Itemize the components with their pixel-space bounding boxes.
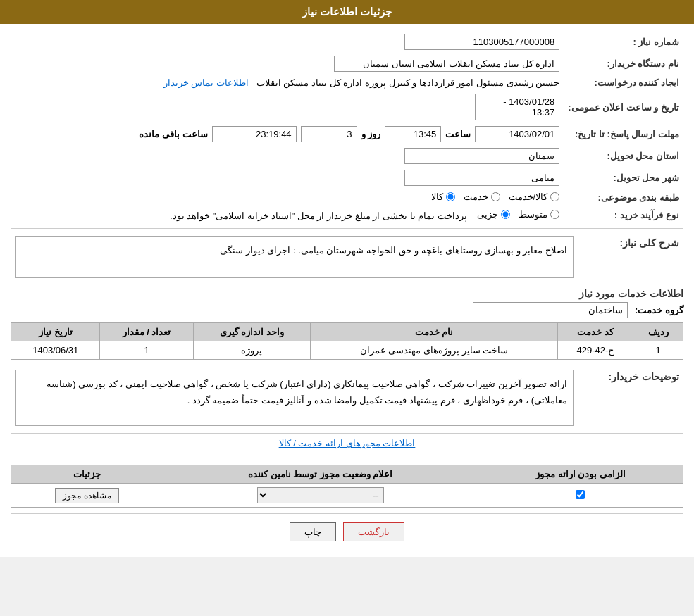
date-value: 1403/01/28 - 13:37 [11, 91, 564, 123]
category-radio-goods[interactable] [446, 192, 455, 201]
creator-text: حسین رشیدی مسئول امور قراردادها و کنترل … [256, 77, 559, 88]
service-quantity: 1 [100, 341, 193, 360]
deadline-date-field: 1403/02/01 [475, 126, 559, 142]
need-number-field: 1103005177000008 [404, 34, 559, 50]
perm-col-required: الزامی بودن ارائه مجوز [478, 465, 683, 484]
page-wrapper: جزئیات اطلاعات نیاز شماره نیاز : 1103005… [0, 0, 694, 557]
deadline-day-label: روز و [361, 129, 381, 139]
contact-link[interactable]: اطلاعات تماس خریدار [163, 77, 249, 88]
page-header: جزئیات اطلاعات نیاز [0, 0, 694, 24]
perm-required-cell [478, 484, 683, 508]
perm-details-cell: مشاهده مجوز [11, 484, 163, 508]
notes-table: توضیحات خریدار: ارائه تصویر آخرین تغییرا… [11, 367, 683, 429]
purchase-type-note: پرداخت تمام یا بخشی از مبلغ خریدار از مح… [170, 210, 467, 221]
creator-value: حسین رشیدی مسئول امور قراردادها و کنترل … [11, 75, 564, 91]
description-value: اصلاح معابر و بهسازی روستاهای باغچه و حق… [11, 233, 578, 281]
permissions-link[interactable]: اطلاعات مجوزهای ارائه خدمت / کالا [279, 438, 416, 448]
service-date: 1403/06/31 [11, 341, 100, 360]
category-option-goods: کالا [431, 191, 455, 202]
deadline-label: مهلت ارسال پاسخ: تا تاریخ: [564, 123, 683, 145]
purchase-type-label: نوع فرآیند خرید : [564, 206, 683, 224]
main-content: شماره نیاز : 1103005177000008 نام دستگاه… [0, 24, 694, 557]
category-radio-group: کالا/خدمت خدمت کالا [431, 191, 560, 202]
notes-value: ارائه تصویر آخرین تغییرات شرکت ، گواهی ص… [11, 367, 578, 429]
perm-col-details: جزئیات [11, 465, 163, 484]
category-radio-goods-service[interactable] [550, 192, 559, 201]
description-table: شرح کلی نیاز: اصلاح معابر و بهسازی روستا… [11, 233, 683, 281]
back-button[interactable]: بازگشت [343, 522, 404, 541]
service-name: ساخت سایر پروژه‌های مهندسی عمران [311, 341, 557, 360]
permissions-table: الزامی بودن ارائه مجوز اعلام وضعیت مجوز … [11, 465, 683, 508]
perm-status-select[interactable]: -- [257, 487, 384, 503]
city-value: میامی [11, 167, 564, 189]
notes-box: ارائه تصویر آخرین تغییرات شرکت ، گواهی ص… [15, 370, 574, 426]
buttons-row: بازگشت چاپ [11, 522, 683, 541]
col-date: تاریخ نیاز [11, 323, 100, 341]
permissions-link-wrapper: اطلاعات مجوزهای ارائه خدمت / کالا [11, 438, 683, 448]
perm-col-status: اعلام وضعیت مجوز توسط نامین کننده [163, 465, 478, 484]
perm-row: -- مشاهده مجوز [11, 484, 683, 508]
buyer-org-value: اداره کل بنیاد مسکن انقلاب اسلامی استان … [11, 53, 564, 75]
service-unit: پروژه [193, 341, 311, 360]
deadline-time-label: ساعت [445, 129, 471, 139]
info-table: شماره نیاز : 1103005177000008 نام دستگاه… [11, 31, 683, 224]
col-unit: واحد اندازه گیری [193, 323, 311, 341]
description-text: اصلاح معابر و بهسازی روستاهای باغچه و حق… [220, 245, 567, 256]
service-row-num: 1 [633, 341, 683, 360]
group-row: گروه خدمت: ساختمان [11, 302, 683, 318]
deadline-time-field: 13:45 [385, 126, 441, 142]
purchase-type-value: متوسط جزیی پرداخت تمام یا بخشی از مبلغ خ… [11, 206, 564, 224]
category-label-service: خدمت [464, 191, 488, 202]
creator-label: ایجاد کننده درخواست: [564, 75, 683, 91]
service-row: 1 ج-42-429 ساخت سایر پروژه‌های مهندسی عم… [11, 341, 683, 360]
deadline-remaining-field: 23:19:44 [212, 126, 297, 142]
category-value: کالا/خدمت خدمت کالا [11, 189, 564, 206]
services-title: اطلاعات خدمات مورد نیاز [11, 288, 683, 299]
separator-3 [11, 513, 683, 514]
need-number-label: شماره نیاز : [564, 31, 683, 53]
description-box: اصلاح معابر و بهسازی روستاهای باغچه و حق… [15, 236, 574, 278]
service-group-label: گروه خدمت: [635, 305, 683, 315]
perm-required-checkbox[interactable] [576, 490, 585, 499]
category-radio-service[interactable] [491, 192, 500, 201]
province-field: سمنان [404, 148, 559, 164]
notes-label: توضیحات خریدار: [608, 371, 679, 382]
col-quantity: تعداد / مقدار [100, 323, 193, 341]
services-table: ردیف کد خدمت نام خدمت واحد اندازه گیری ت… [11, 322, 683, 360]
notes-text: ارائه تصویر آخرین تغییرات شرکت ، گواهی ص… [47, 379, 567, 406]
purchase-type-partial: جزیی [477, 209, 510, 220]
province-value: سمنان [11, 145, 564, 167]
province-label: استان محل تحویل: [564, 145, 683, 167]
page-title: جزئیات اطلاعات نیاز [302, 6, 392, 18]
purchase-radio-partial[interactable] [501, 210, 510, 219]
perm-status-cell: -- [163, 484, 478, 508]
category-label-goods-service: کالا/خدمت [509, 191, 548, 202]
date-label: تاریخ و ساعت اعلان عمومی: [564, 91, 683, 123]
category-option-goods-service: کالا/خدمت [509, 191, 560, 202]
buyer-org-label: نام دستگاه خریدار: [564, 53, 683, 75]
purchase-label-medium: متوسط [519, 209, 547, 220]
print-button[interactable]: چاپ [290, 522, 336, 541]
category-label: طبقه بندی موضوعی: [564, 189, 683, 206]
col-code: کد خدمت [557, 323, 633, 341]
buyer-org-field: اداره کل بنیاد مسکن انقلاب اسلامی استان … [334, 56, 559, 72]
purchase-radio-medium[interactable] [550, 210, 559, 219]
date-field: 1403/01/28 - 13:37 [475, 94, 559, 120]
col-row: ردیف [633, 323, 683, 341]
service-group-value: ساختمان [473, 302, 628, 318]
col-name: نام خدمت [311, 323, 557, 341]
purchase-type-medium: متوسط [519, 209, 559, 220]
category-option-service: خدمت [464, 191, 500, 202]
need-number-value: 1103005177000008 [11, 31, 564, 53]
city-field: میامی [404, 170, 559, 186]
service-code: ج-42-429 [557, 341, 633, 360]
purchase-type-radio-group: متوسط جزیی [477, 209, 559, 220]
separator-1 [11, 228, 683, 229]
deadline-value: 1403/02/01 ساعت 13:45 روز و 3 23:19:44 س… [11, 123, 564, 145]
description-label: شرح کلی نیاز: [620, 237, 679, 249]
view-perm-button[interactable]: مشاهده مجوز [55, 488, 118, 503]
deadline-remaining-label: ساعت باقی مانده [139, 129, 207, 139]
separator-2 [11, 433, 683, 434]
purchase-label-partial: جزیی [477, 209, 498, 220]
category-label-goods: کالا [431, 191, 443, 202]
